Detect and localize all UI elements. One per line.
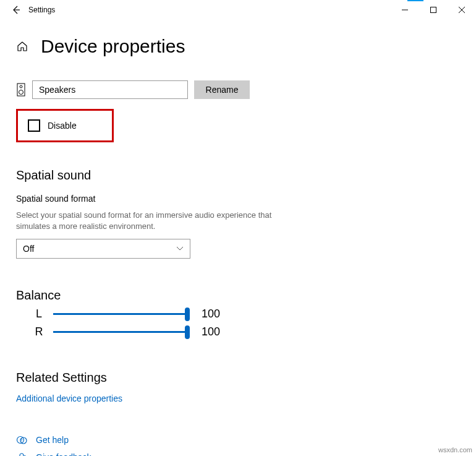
svg-point-3 — [19, 90, 23, 95]
maximize-icon — [430, 7, 436, 13]
close-icon — [459, 7, 465, 13]
get-help-link[interactable]: Get help — [36, 435, 69, 445]
chevron-down-icon — [176, 246, 184, 251]
additional-device-properties-link[interactable]: Additional device properties — [16, 394, 460, 403]
spatial-format-dropdown[interactable]: Off — [16, 239, 190, 259]
back-button[interactable] — [7, 1, 25, 19]
home-icon[interactable] — [16, 40, 28, 53]
minimize-icon — [402, 7, 408, 13]
svg-point-7 — [20, 454, 23, 456]
disable-checkbox[interactable] — [28, 119, 40, 132]
page-header: Device properties — [16, 36, 460, 57]
app-title: Settings — [28, 6, 55, 14]
give-feedback-link[interactable]: Give feedback — [36, 452, 91, 456]
spatial-sound-heading: Spatial sound — [16, 168, 460, 183]
slider-thumb[interactable] — [185, 325, 190, 339]
disable-highlight-box: Disable — [16, 109, 114, 142]
device-name-input[interactable] — [32, 80, 188, 99]
disable-label: Disable — [48, 121, 77, 131]
help-icon: ? — [16, 434, 27, 445]
related-settings-heading: Related Settings — [16, 371, 460, 385]
titlebar: Settings — [0, 0, 476, 20]
get-help-row: ? Get help — [16, 434, 460, 445]
spatial-format-desc: Select your spatial sound format for an … — [16, 210, 282, 231]
page-title: Device properties — [41, 36, 185, 57]
minimize-button[interactable] — [391, 0, 419, 20]
slider-thumb[interactable] — [185, 308, 190, 321]
balance-right-value: 100 — [202, 325, 220, 338]
speaker-icon — [16, 83, 26, 97]
svg-rect-0 — [431, 7, 436, 13]
maximize-button[interactable] — [419, 0, 448, 20]
svg-text:?: ? — [20, 437, 23, 443]
feedback-icon — [16, 452, 27, 456]
balance-left-label: L — [32, 308, 46, 320]
balance-left-slider[interactable] — [53, 313, 188, 315]
balance-left-row: L 100 — [16, 308, 460, 320]
balance-right-slider[interactable] — [53, 331, 188, 333]
spatial-format-value: Off — [23, 244, 34, 254]
spatial-format-label: Spatial sound format — [16, 194, 460, 204]
close-button[interactable] — [448, 0, 476, 20]
balance-left-value: 100 — [202, 308, 220, 320]
give-feedback-row: Give feedback — [16, 452, 460, 456]
window-controls — [391, 0, 476, 20]
back-arrow-icon — [11, 5, 21, 15]
device-row: Rename — [16, 80, 460, 99]
svg-point-2 — [20, 85, 22, 88]
balance-right-label: R — [32, 325, 46, 338]
balance-heading: Balance — [16, 288, 460, 303]
balance-right-row: R 100 — [16, 325, 460, 338]
rename-button[interactable]: Rename — [194, 80, 250, 99]
watermark: wsxdn.com — [438, 446, 472, 454]
